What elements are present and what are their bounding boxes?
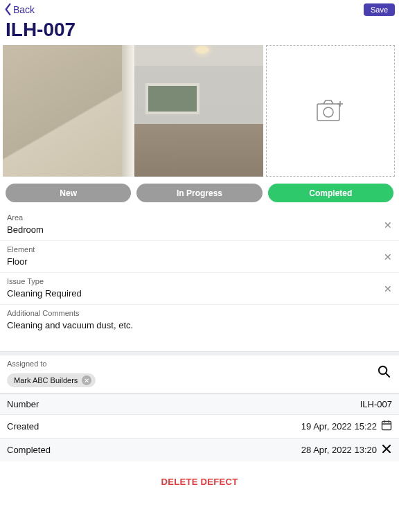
- camera-add-icon: [317, 100, 344, 122]
- clear-completed-icon[interactable]: [381, 443, 392, 456]
- svg-point-2: [379, 366, 387, 374]
- status-new-button[interactable]: New: [6, 184, 131, 202]
- svg-point-1: [323, 107, 333, 117]
- svg-rect-3: [382, 422, 391, 430]
- area-field[interactable]: Area Bedroom ✕: [0, 209, 399, 241]
- assigned-label: Assigned to: [7, 360, 392, 368]
- clear-area-icon[interactable]: ✕: [384, 220, 392, 231]
- svg-rect-0: [317, 104, 339, 121]
- meta-completed-value: 28 Apr, 2022 13:20: [301, 445, 377, 455]
- assignee-chip[interactable]: Mark ABC Builders ✕: [7, 373, 96, 387]
- element-field[interactable]: Element Floor ✕: [0, 241, 399, 273]
- back-button[interactable]: Back: [3, 3, 35, 16]
- meta-created-row[interactable]: Created 19 Apr, 2022 15:22: [0, 414, 399, 438]
- element-label: Element: [7, 245, 392, 254]
- photo-gallery: [0, 45, 399, 177]
- issue-type-value: Cleaning Required: [7, 288, 392, 299]
- meta-created-label: Created: [7, 421, 39, 432]
- meta-completed-row[interactable]: Completed 28 Apr, 2022 13:20: [0, 438, 399, 461]
- calendar-icon[interactable]: [381, 420, 392, 433]
- status-in-progress-button[interactable]: In Progress: [136, 184, 262, 202]
- back-label: Back: [13, 4, 35, 15]
- area-value: Bedroom: [7, 224, 392, 235]
- element-value: Floor: [7, 256, 392, 267]
- meta-created-value: 19 Apr, 2022 15:22: [301, 421, 377, 432]
- comments-label: Additional Comments: [7, 309, 392, 317]
- remove-assignee-icon[interactable]: ✕: [82, 375, 91, 385]
- area-label: Area: [7, 213, 392, 222]
- issue-type-field[interactable]: Issue Type Cleaning Required ✕: [0, 273, 399, 305]
- page-title: ILH-007: [0, 16, 399, 45]
- save-button[interactable]: Save: [364, 3, 395, 16]
- add-photo-button[interactable]: [266, 45, 395, 177]
- comments-value: Cleaning and vacuum dust, etc.: [7, 320, 392, 330]
- assignee-chip-label: Mark ABC Builders: [14, 376, 78, 384]
- meta-number-label: Number: [7, 399, 39, 409]
- photo-thumbnail[interactable]: [3, 45, 132, 177]
- issue-type-label: Issue Type: [7, 277, 392, 285]
- meta-number-row: Number ILH-007: [0, 393, 399, 414]
- clear-issue-type-icon[interactable]: ✕: [384, 283, 392, 294]
- search-icon: [378, 365, 391, 378]
- status-completed-button[interactable]: Completed: [268, 184, 393, 202]
- photo-thumbnail[interactable]: [134, 45, 263, 177]
- meta-completed-label: Completed: [7, 445, 51, 455]
- meta-number-value: ILH-007: [360, 399, 392, 409]
- search-assignee-button[interactable]: [378, 365, 391, 381]
- assigned-to-section: Assigned to Mark ABC Builders ✕: [0, 355, 399, 393]
- delete-defect-button[interactable]: DELETE DEFECT: [0, 461, 399, 502]
- comments-field[interactable]: Additional Comments Cleaning and vacuum …: [0, 305, 399, 351]
- clear-element-icon[interactable]: ✕: [384, 251, 392, 263]
